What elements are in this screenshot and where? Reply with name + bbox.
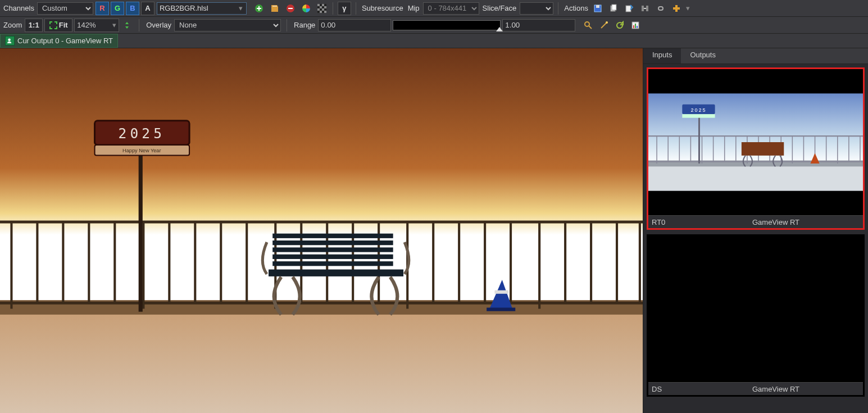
zoom-percent[interactable]: 142%▾ — [74, 19, 119, 32]
zoom-1to1-button[interactable]: 1:1 — [25, 19, 43, 32]
svg-rect-68 — [494, 291, 508, 294]
slice-dropdown[interactable] — [520, 2, 553, 15]
actions-label: Actions — [563, 4, 589, 12]
tab-inputs[interactable]: Inputs — [643, 48, 681, 63]
rendered-scene: 2025 Happy New Year — [0, 48, 643, 413]
zoom-percent-value: 142% — [77, 21, 96, 29]
svg-rect-74 — [648, 166, 863, 190]
color-wheel-icon[interactable] — [300, 2, 312, 15]
svg-rect-24 — [637, 26, 638, 28]
channels-dropdown[interactable]: Custom — [37, 2, 93, 15]
texture-viewport[interactable]: 2025 Happy New Year — [0, 48, 643, 413]
plugin-icon[interactable] — [670, 2, 683, 15]
copy-icon[interactable] — [607, 2, 620, 15]
svg-text:Happy New Year: Happy New Year — [122, 148, 161, 153]
mip-dropdown[interactable]: 0 - 784x441 — [423, 2, 479, 15]
overlay-group: Overlay None — [145, 19, 281, 31]
svg-rect-4 — [317, 4, 320, 6]
action-icons: ▾ — [592, 2, 690, 15]
rgba-buttons: R G B A — [96, 2, 154, 15]
side-body: 2025 RT0 GameView RT DS — [643, 64, 868, 413]
wand-icon[interactable] — [598, 19, 610, 31]
zoom-group: Zoom 1:1 Fit 142%▾ — [2, 19, 133, 32]
thumb-name: GameView RT — [689, 218, 863, 226]
slider-knob[interactable] — [496, 27, 503, 31]
svg-rect-98 — [682, 114, 715, 118]
output-thumbnail-rt0[interactable]: 2025 RT0 GameView RT — [647, 67, 865, 230]
svg-rect-16 — [626, 6, 631, 12]
svg-rect-64 — [272, 255, 393, 259]
thumb-slot: RT0 — [648, 218, 689, 226]
link-icon[interactable] — [655, 2, 667, 15]
svg-rect-65 — [272, 261, 393, 266]
gamma-button[interactable]: γ — [338, 2, 351, 15]
svg-rect-7 — [324, 6, 326, 8]
range-tools — [582, 19, 642, 31]
toolbar-row-1: Channels Custom R G B A ▾ γ Subresource … — [0, 0, 868, 17]
viewport-inner: 2025 Happy New Year — [0, 48, 643, 413]
channel-g-button[interactable]: G — [111, 2, 124, 15]
overlay-dropdown[interactable]: None — [174, 19, 281, 31]
channel-r-button[interactable]: R — [96, 2, 109, 15]
edit-icon[interactable] — [269, 2, 281, 15]
output-thumbnail-ds[interactable]: DS GameView RT — [647, 234, 865, 397]
separator — [356, 2, 356, 15]
range-max-input[interactable] — [502, 19, 575, 31]
output-icon — [5, 36, 15, 46]
current-output-tab[interactable]: Cur Output 0 - GameView RT — [0, 34, 118, 48]
save-icon[interactable] — [592, 2, 604, 15]
svg-rect-18 — [646, 6, 648, 11]
svg-rect-61 — [272, 234, 393, 238]
svg-rect-11 — [324, 11, 326, 13]
subresource-label: Subresource — [361, 4, 405, 12]
overlay-label: Overlay — [145, 21, 172, 29]
channel-a-button[interactable]: A — [141, 2, 154, 15]
thumbnail-label: RT0 GameView RT — [648, 215, 863, 228]
zoom-updown-icon[interactable] — [121, 19, 133, 31]
main-split: 2025 Happy New Year — [0, 48, 868, 413]
svg-rect-63 — [272, 247, 393, 252]
custom-shader-input[interactable] — [157, 2, 247, 15]
separator — [558, 2, 558, 15]
add-icon[interactable] — [253, 2, 265, 15]
svg-rect-62 — [272, 240, 393, 245]
goto-icon[interactable] — [639, 2, 651, 15]
svg-rect-10 — [320, 11, 322, 13]
svg-rect-70 — [648, 69, 863, 93]
svg-rect-17 — [642, 6, 644, 11]
range-label: Range — [293, 21, 316, 29]
svg-rect-5 — [322, 4, 324, 6]
zoom-label: Zoom — [2, 21, 23, 29]
side-tabs: Inputs Outputs — [643, 48, 868, 64]
remove-icon[interactable] — [284, 2, 297, 15]
checker-icon[interactable] — [316, 2, 328, 15]
svg-point-25 — [8, 38, 11, 41]
toolbar-row-2: Zoom 1:1 Fit 142%▾ Overlay None Range — [0, 17, 868, 34]
range-slider[interactable] — [393, 20, 501, 30]
channels-group: Channels Custom — [2, 2, 93, 15]
svg-rect-13 — [596, 5, 599, 8]
zoom-fit-button[interactable]: Fit — [44, 19, 72, 32]
channel-b-button[interactable]: B — [126, 2, 139, 15]
current-output-label: Cur Output 0 - GameView RT — [17, 37, 113, 45]
svg-rect-69 — [487, 308, 515, 311]
status-row: Cur Output 0 - GameView RT — [0, 34, 868, 48]
svg-rect-9 — [322, 8, 324, 11]
svg-point-19 — [585, 22, 589, 26]
separator — [287, 19, 287, 31]
reset-range-icon[interactable] — [613, 19, 626, 31]
svg-rect-8 — [317, 8, 320, 11]
tab-outputs[interactable]: Outputs — [681, 48, 725, 63]
range-min-input[interactable] — [318, 19, 391, 31]
range-group: Range — [293, 19, 575, 31]
svg-rect-28 — [0, 315, 643, 413]
slice-label: Slice/Face — [481, 4, 518, 12]
thumb-name: GameView RT — [689, 385, 863, 393]
export-icon[interactable] — [623, 2, 635, 15]
mip-label: Mip — [407, 4, 421, 12]
zoom-range-icon[interactable] — [582, 19, 594, 31]
fit-icon — [49, 21, 57, 29]
histogram-icon[interactable] — [629, 19, 642, 31]
separator — [333, 2, 333, 15]
svg-point-20 — [606, 21, 608, 24]
